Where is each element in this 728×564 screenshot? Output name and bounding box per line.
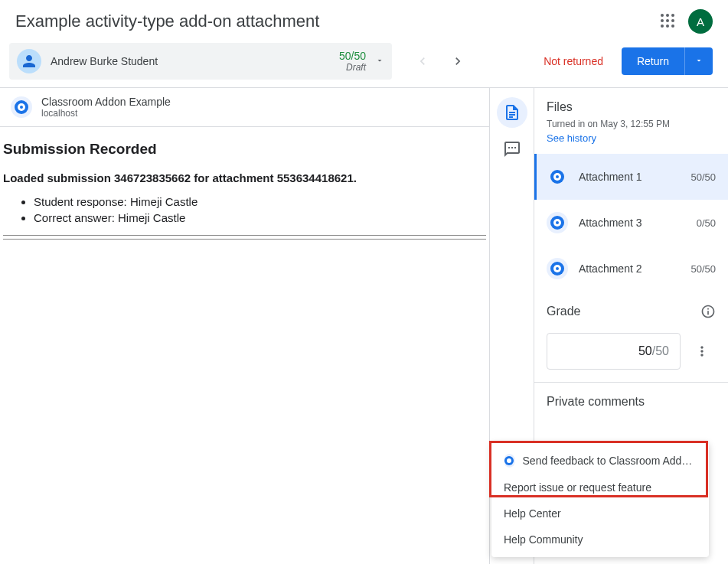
page-title: Example activity-type add-on attachment <box>15 11 319 31</box>
info-icon[interactable] <box>700 304 716 319</box>
grade-input[interactable] <box>606 344 652 358</box>
addon-title: Classroom Addon Example <box>41 96 171 108</box>
dropdown-icon <box>375 54 384 68</box>
attachment-icon <box>547 166 568 187</box>
submission-bullet: Correct answer: Himeji Castle <box>34 211 486 224</box>
addon-icon <box>504 454 515 468</box>
account-avatar[interactable]: A <box>688 9 713 34</box>
attachment-score: 50/50 <box>690 263 716 275</box>
student-name: Andrew Burke Student <box>51 55 339 67</box>
attachment-row[interactable]: Attachment 150/50 <box>534 154 728 200</box>
popup-send-feedback[interactable]: Send feedback to Classroom Addon Example <box>491 447 709 474</box>
submission-bullet: Student response: Himeji Castle <box>34 195 486 208</box>
files-section-title: Files <box>547 100 716 114</box>
addon-iframe-content: Submission Recorded Loaded submission 34… <box>0 127 489 256</box>
student-score: 50/50 <box>339 50 366 62</box>
attachment-row[interactable]: Attachment 250/50 <box>534 246 728 292</box>
files-tab[interactable] <box>497 97 527 128</box>
draft-label: Draft <box>339 62 366 73</box>
prev-student-button[interactable] <box>407 46 438 77</box>
attachment-row[interactable]: Attachment 30/50 <box>534 200 728 246</box>
grade-denominator: /50 <box>652 344 669 358</box>
attachment-icon <box>547 258 568 279</box>
submission-heading: Submission Recorded <box>3 141 486 158</box>
student-avatar-icon <box>17 49 41 73</box>
next-student-button[interactable] <box>442 46 473 77</box>
addon-host: localhost <box>41 108 171 119</box>
popup-help-community[interactable]: Help Community <box>491 527 709 553</box>
attachment-name: Attachment 2 <box>579 262 680 275</box>
attachment-score: 0/50 <box>697 217 716 229</box>
turned-in-meta: Turned in on May 3, 12:55 PM <box>547 119 716 129</box>
return-status: Not returned <box>544 55 603 67</box>
google-apps-icon[interactable] <box>661 14 676 29</box>
attachment-name: Attachment 3 <box>579 217 686 229</box>
attachment-name: Attachment 1 <box>579 171 680 183</box>
student-selector[interactable]: Andrew Burke Student 50/50 Draft <box>9 43 392 80</box>
grade-input-wrap[interactable]: /50 <box>547 333 681 370</box>
addon-icon <box>11 96 32 118</box>
grade-more-button[interactable] <box>688 337 716 365</box>
attachment-score: 50/50 <box>690 171 716 183</box>
popup-help-center[interactable]: Help Center <box>491 500 709 527</box>
return-dropdown-button[interactable] <box>684 47 713 75</box>
see-history-link[interactable]: See history <box>547 132 596 144</box>
return-button[interactable]: Return <box>622 47 684 75</box>
comments-tab[interactable] <box>497 134 527 165</box>
submission-loaded-text: Loaded submission 346723835662 for attac… <box>3 171 486 184</box>
help-popup-menu: Send feedback to Classroom Addon Example… <box>491 442 709 557</box>
attachment-icon <box>547 212 568 233</box>
private-comments-title: Private comments <box>547 395 716 409</box>
grade-section-title: Grade <box>547 305 580 318</box>
popup-report-issue[interactable]: Report issue or request feature <box>491 474 709 500</box>
